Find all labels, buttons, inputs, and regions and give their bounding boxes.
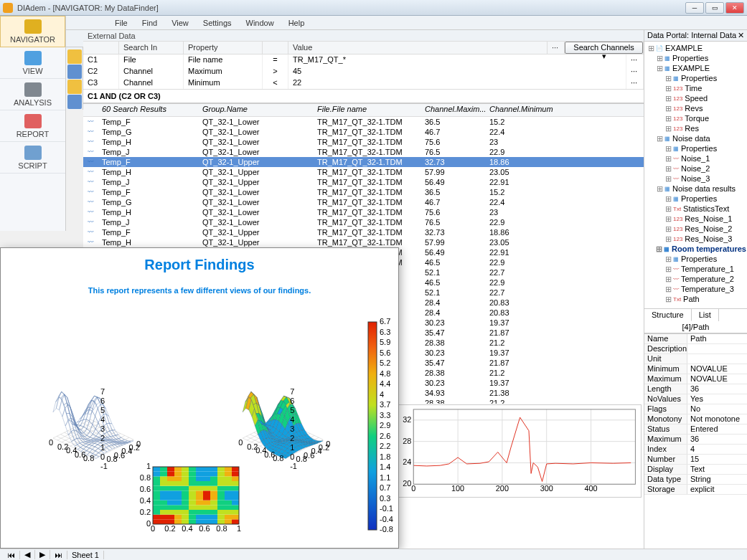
prop-row[interactable]: FlagsNo — [644, 404, 747, 414]
col-file[interactable]: File.File name — [313, 104, 421, 116]
prop-row[interactable]: MonotonyNot monotone — [644, 414, 747, 424]
data-tree[interactable]: ⊞📄EXAMPLE⊞▦Properties⊞▦EXAMPLE⊞▦Properti… — [644, 42, 747, 305]
nav-script[interactable]: SCRIPT — [0, 142, 65, 174]
tree-item[interactable]: ⊞123Res_Noise_3 — [646, 234, 746, 244]
menu-view[interactable]: View — [164, 19, 196, 27]
tree-item[interactable]: ⊞〰Noise_3 — [646, 174, 746, 184]
vtool-icon[interactable] — [67, 65, 82, 79]
tree-item[interactable]: ⊞123Time — [646, 83, 746, 93]
tree-item[interactable]: ⊞TxtPath — [646, 294, 746, 304]
tree-item[interactable]: ⊞▦Properties — [646, 73, 746, 83]
vtool-icon[interactable] — [67, 95, 82, 109]
col-group[interactable]: Group.Name — [198, 104, 313, 116]
result-row[interactable]: 〰Temp_FQT_32-1_LowerTR_M17_QT_32-1.TDM36… — [83, 117, 644, 127]
portal-close-icon[interactable]: ✕ — [738, 31, 744, 40]
maximize-button[interactable]: ▭ — [705, 2, 724, 14]
search-channels-button[interactable]: Search Channels ▾ — [565, 42, 643, 54]
col-results[interactable]: 60 Search Results — [98, 104, 198, 116]
col-max[interactable]: Channel.Maxim... — [421, 104, 485, 116]
prop-row[interactable]: Storageexplicit — [644, 485, 747, 495]
svg-rect-119 — [196, 515, 203, 520]
svg-rect-195 — [225, 486, 232, 491]
tab-structure[interactable]: Structure — [644, 309, 692, 321]
col-min[interactable]: Channel.Minimum — [485, 104, 557, 116]
prop-row[interactable]: Maximum I...36 — [644, 435, 747, 445]
prop-row[interactable]: MaximumNOVALUE — [644, 374, 747, 384]
logic-expression[interactable]: C1 AND (C2 OR C3) — [83, 89, 644, 103]
nav-analysis[interactable]: ANALYSIS — [0, 79, 65, 110]
result-row[interactable]: 〰Temp_JQT_32-1_UpperTR_M17_QT_32-1.TDM56… — [83, 177, 644, 187]
nav-view[interactable]: VIEW — [0, 47, 65, 79]
menu-file[interactable]: File — [108, 19, 135, 27]
prop-row[interactable]: Index4 — [644, 445, 747, 455]
menu-help[interactable]: Help — [281, 19, 312, 27]
tree-item[interactable]: ⊞〰Noise_2 — [646, 163, 746, 174]
dots-icon[interactable]: ··· — [548, 42, 565, 54]
svg-rect-107 — [196, 519, 203, 524]
tree-item[interactable]: ⊞〰Temperature_3 — [646, 284, 746, 294]
tree-item[interactable]: ⊞123Res_Noise_2 — [646, 224, 746, 234]
svg-text:-0.4: -0.4 — [380, 515, 393, 523]
prop-row[interactable]: NamePath — [644, 334, 747, 344]
result-row[interactable]: 〰Temp_HQT_32-1_UpperTR_M17_QT_32-1.TDM57… — [83, 237, 644, 247]
tree-item[interactable]: ⊞📄EXAMPLE — [646, 43, 746, 53]
search-condition[interactable]: C3ChannelMinimum<22··· — [83, 77, 644, 89]
svg-rect-238 — [189, 467, 196, 472]
vtool-icon[interactable] — [67, 80, 82, 94]
tree-item[interactable]: ⊞123Speed — [646, 93, 746, 103]
tree-item[interactable]: ⊞▦Properties — [646, 254, 746, 264]
tree-item[interactable]: ⊞▦Noise data results — [646, 184, 746, 194]
close-button[interactable]: ✕ — [725, 2, 744, 14]
tree-item[interactable]: ⊞〰Noise_1 — [646, 153, 746, 163]
prop-row[interactable]: Unit — [644, 354, 747, 364]
result-row[interactable]: 〰Temp_FQT_32-1_UpperTR_M17_QT_32-1.TDM32… — [83, 157, 644, 167]
result-row[interactable]: 〰Temp_JQT_32-1_LowerTR_M17_QT_32-1.TDM76… — [83, 147, 644, 157]
tree-item[interactable]: ⊞123Res — [646, 123, 746, 133]
search-condition[interactable]: C1FileFile name=TR_M17_QT_*··· — [83, 54, 644, 66]
result-row[interactable]: 〰Temp_HQT_32-1_LowerTR_M17_QT_32-1.TDM75… — [83, 137, 644, 147]
result-row[interactable]: 〰Temp_FQT_32-1_UpperTR_M17_QT_32-1.TDM32… — [83, 227, 644, 237]
minimize-button[interactable]: ─ — [685, 2, 704, 14]
prop-row[interactable]: StatusEntered — [644, 424, 747, 435]
tree-item[interactable]: ⊞123Revs — [646, 103, 746, 113]
nav-navigator[interactable]: NAVIGATOR — [0, 16, 65, 47]
tree-item[interactable]: ⊞▦EXAMPLE — [646, 63, 746, 73]
tree-item[interactable]: ⊞TxtStatisticsText — [646, 204, 746, 214]
prop-row[interactable]: Number15 — [644, 455, 747, 465]
tab-nav-last-icon[interactable]: ⏭ — [50, 551, 67, 559]
tree-item[interactable]: ⊞123Res_Noise_1 — [646, 214, 746, 224]
prop-row[interactable]: Length36 — [644, 384, 747, 394]
sheet-tab[interactable]: Sheet 1 — [67, 551, 104, 559]
tree-item[interactable]: ⊞▦Properties — [646, 194, 746, 204]
tab-nav-next-icon[interactable]: ▶ — [35, 550, 50, 559]
tree-item[interactable]: ⊞〰Temperature_1 — [646, 264, 746, 274]
result-row[interactable]: 〰Temp_JQT_32-1_LowerTR_M17_QT_32-1.TDM76… — [83, 217, 644, 227]
tab-list[interactable]: List — [692, 309, 719, 321]
prop-row[interactable]: Display for...Text — [644, 465, 747, 475]
svg-rect-228 — [203, 472, 210, 477]
prop-row[interactable]: MinimumNOVALUE — [644, 364, 747, 374]
tree-item[interactable]: ⊞▦Noise data — [646, 133, 746, 143]
tab-nav-first-icon[interactable]: ⏮ — [3, 551, 20, 559]
prop-row[interactable]: Description — [644, 344, 747, 354]
menu-window[interactable]: Window — [239, 19, 281, 27]
svg-text:0: 0 — [290, 452, 294, 461]
search-condition[interactable]: C2ChannelMaximum>45··· — [83, 66, 644, 77]
prop-row[interactable]: NoValuesYes — [644, 394, 747, 404]
menu-settings[interactable]: Settings — [196, 19, 239, 27]
vtool-icon[interactable] — [67, 49, 82, 64]
prop-row[interactable]: Data typeString — [644, 475, 747, 485]
result-row[interactable]: 〰Temp_GQT_32-1_LowerTR_M17_QT_32-1.TDM46… — [83, 197, 644, 207]
tree-item[interactable]: ⊞〰Temperature_2 — [646, 274, 746, 284]
tree-item[interactable]: ⊞123Torque — [646, 113, 746, 123]
result-row[interactable]: 〰Temp_HQT_32-1_LowerTR_M17_QT_32-1.TDM75… — [83, 207, 644, 217]
nav-report[interactable]: REPORT — [0, 110, 65, 142]
result-row[interactable]: 〰Temp_FQT_32-1_LowerTR_M17_QT_32-1.TDM36… — [83, 187, 644, 197]
tree-item[interactable]: ⊞▦Properties — [646, 143, 746, 153]
menu-find[interactable]: Find — [135, 19, 164, 27]
result-row[interactable]: 〰Temp_HQT_32-1_UpperTR_M17_QT_32-1.TDM57… — [83, 167, 644, 177]
tree-item[interactable]: ⊞▦Room temperatures — [646, 244, 746, 254]
tab-nav-prev-icon[interactable]: ◀ — [20, 550, 35, 559]
tree-item[interactable]: ⊞▦Properties — [646, 53, 746, 63]
result-row[interactable]: 〰Temp_GQT_32-1_LowerTR_M17_QT_32-1.TDM46… — [83, 127, 644, 137]
